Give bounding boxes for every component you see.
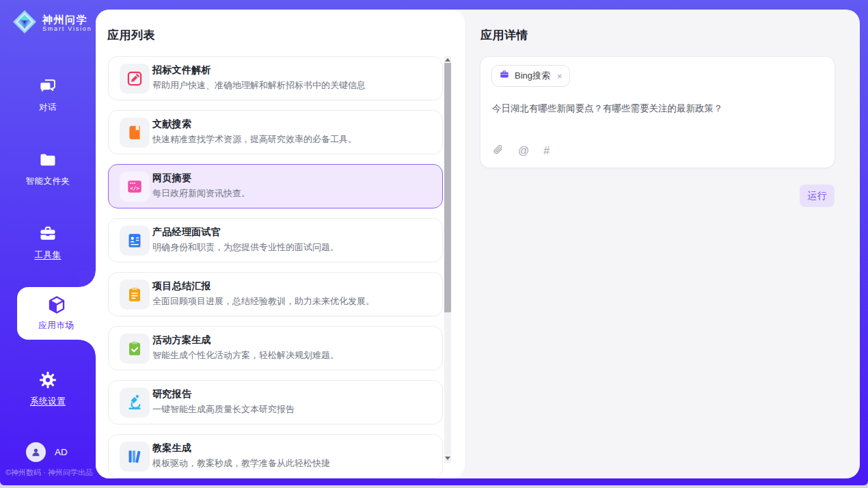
app-list-scrollbar[interactable] — [444, 56, 451, 463]
run-button[interactable]: 运行 — [800, 185, 835, 207]
clipboard-check-icon — [120, 334, 150, 364]
app-list: 招标文件解析 帮助用户快速、准确地理解和解析招标书中的关键信息 文献搜索 快速精… — [108, 56, 443, 478]
app-card-research-report[interactable]: 研究报告 一键智能生成高质量长文本研究报告 — [108, 380, 443, 424]
resume-icon — [120, 226, 150, 256]
app-card-description: 快速精准查找学术资源，提高研究效率的必备工具。 — [152, 133, 357, 146]
app-card-title: 网页摘要 — [152, 172, 191, 185]
app-card-description: 全面回顾项目进展，总结经验教训，助力未来优化发展。 — [152, 295, 375, 308]
avatar — [26, 442, 46, 462]
prompt-editor[interactable]: Bing搜索 × 今日湖北有哪些新闻要点？有哪些需要关注的最新政策？ @ # — [480, 56, 835, 168]
close-icon[interactable]: × — [557, 71, 562, 81]
app-detail-panel: 应用详情 Bing搜索 × 今日湖北有哪些新闻要点？有哪些需要关注的最新政策？ — [465, 10, 860, 478]
sidebar-item-label: 应用市场 — [17, 320, 96, 331]
query-text[interactable]: 今日湖北有哪些新闻要点？有哪些需要关注的最新政策？ — [492, 102, 824, 116]
app-card-project-summary[interactable]: 项目总结汇报 全面回顾项目进展，总结经验教训，助力未来优化发展。 — [108, 272, 443, 316]
app-card-title: 文献搜索 — [152, 118, 191, 131]
browser-icon: </> — [120, 172, 150, 202]
app-list-panel: 应用列表 招标文件解析 帮助用户快速、准确地理解和解析招标书中的关键信息 — [96, 10, 465, 478]
copyright-text: ©神州数码 · 神州问学出品 — [5, 467, 93, 478]
app-card-description: 智能生成个性化活动方案，轻松解决规划难题。 — [152, 349, 339, 362]
mention-icon[interactable]: @ — [518, 146, 529, 157]
tool-tag-label: Bing搜索 — [515, 70, 550, 82]
app-card-bid-analysis[interactable]: 招标文件解析 帮助用户快速、准确地理解和解析招标书中的关键信息 — [108, 56, 443, 100]
attachment-icon[interactable] — [492, 144, 504, 158]
app-card-literature-search[interactable]: 文献搜索 快速精准查找学术资源，提高研究效率的必备工具。 — [108, 110, 443, 154]
scroll-up-icon[interactable] — [445, 58, 450, 62]
app-card-title: 教案生成 — [152, 442, 191, 455]
hash-icon[interactable]: # — [543, 146, 550, 157]
app-detail-title: 应用详情 — [480, 27, 528, 43]
app-card-event-plan[interactable]: 活动方案生成 智能生成个性化活动方案，轻松解决规划难题。 — [108, 326, 443, 370]
sidebar-item-label: 系统设置 — [0, 396, 96, 407]
user-name: AD — [55, 447, 68, 457]
briefcase-icon — [499, 69, 510, 83]
diamond-logo-icon — [12, 9, 38, 38]
composer-toolbar: @ # — [492, 144, 550, 158]
sidebar-item-label: 智能文件夹 — [0, 176, 96, 187]
app-card-description: 每日政府新闻资讯快查。 — [152, 187, 250, 200]
sidebar-item-label: 对话 — [0, 102, 96, 113]
svg-text:</>: </> — [130, 185, 139, 191]
books-icon — [120, 442, 150, 472]
microscope-icon — [120, 388, 150, 418]
book-icon — [120, 118, 150, 148]
app-card-description: 模板驱动，教案秒成，教学准备从此轻松快捷 — [152, 457, 330, 470]
folder-icon — [38, 160, 57, 172]
toolbox-icon — [38, 234, 57, 245]
app-card-title: 产品经理面试官 — [152, 226, 221, 239]
cube-icon — [46, 306, 67, 317]
app-card-web-summary[interactable]: </> 网页摘要 每日政府新闻资讯快查。 — [108, 164, 443, 208]
sidebar-item-label: 工具集 — [0, 249, 96, 261]
sidebar-item-chat[interactable]: 对话 — [0, 77, 96, 113]
chat-icon — [38, 86, 57, 98]
sidebar-item-toolset[interactable]: 工具集 — [0, 224, 96, 261]
app-card-description: 明确身份和职责，为您提供专业性的面试问题。 — [152, 241, 339, 254]
user-account[interactable]: AD — [26, 442, 68, 462]
brand-logo: 神州问学 Smart Vision — [12, 9, 92, 38]
sidebar-item-settings[interactable]: 系统设置 — [0, 370, 96, 407]
tool-tag-bing-search[interactable]: Bing搜索 × — [491, 65, 570, 87]
app-card-title: 研究报告 — [152, 388, 191, 401]
sidebar-item-smart-folder[interactable]: 智能文件夹 — [0, 150, 96, 187]
app-card-description: 帮助用户快速、准确地理解和解析招标书中的关键信息 — [152, 79, 366, 92]
app-card-title: 招标文件解析 — [152, 64, 211, 77]
clipboard-icon — [120, 280, 150, 310]
edit-icon — [120, 64, 150, 94]
brand-subtitle: Smart Vision — [42, 25, 92, 32]
app-card-lesson-plan[interactable]: 教案生成 模板驱动，教案秒成，教学准备从此轻松快捷 — [108, 434, 443, 478]
content-area: 应用列表 招标文件解析 帮助用户快速、准确地理解和解析招标书中的关键信息 — [96, 10, 860, 478]
app-list-title: 应用列表 — [107, 27, 155, 43]
brand-name: 神州问学 — [42, 14, 92, 25]
scrollbar-thumb[interactable] — [444, 63, 451, 312]
sidebar-item-app-market[interactable]: 应用市场 — [17, 287, 96, 340]
app-card-title: 活动方案生成 — [152, 334, 211, 347]
gear-icon — [38, 380, 57, 392]
app-card-title: 项目总结汇报 — [152, 280, 211, 293]
app-card-pm-interviewer[interactable]: 产品经理面试官 明确身份和职责，为您提供专业性的面试问题。 — [108, 218, 443, 262]
scroll-down-icon[interactable] — [445, 457, 450, 460]
app-card-description: 一键智能生成高质量长文本研究报告 — [152, 403, 295, 416]
